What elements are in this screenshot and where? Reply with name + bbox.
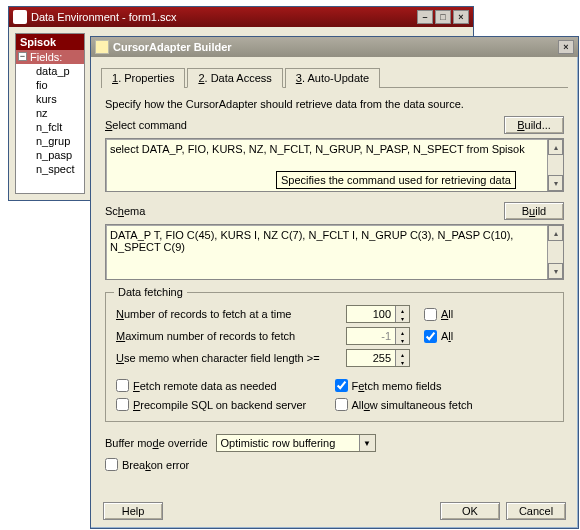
sidebar-item[interactable]: kurs [16, 92, 84, 106]
tab-bar: 1. Properties 2. Data Access 3. Auto-Upd… [101, 67, 568, 88]
max-records-input[interactable] [347, 328, 395, 344]
select-command-label: Select command [105, 119, 504, 131]
schema-label: Schema [105, 205, 504, 217]
sidebar-item[interactable]: n_spect [16, 162, 84, 176]
sidebar-item[interactable]: n_fclt [16, 120, 84, 134]
fields-sidebar: Spisok − Fields: data_p fio kurs nz n_fc… [15, 33, 85, 194]
sidebar-item[interactable]: fio [16, 78, 84, 92]
dialog-titlebar: CursorAdapter Builder × [91, 37, 578, 57]
data-fetching-fieldset: Data fetching Number of records to fetch… [105, 292, 564, 422]
fetch-remote-checkbox[interactable]: Fetch remote data as needed [116, 379, 335, 392]
sidebar-header: Spisok [16, 34, 84, 50]
max-records-label: Maximum number of records to fetch [116, 330, 346, 342]
sidebar-item[interactable]: data_p [16, 64, 84, 78]
window-icon [13, 10, 27, 24]
select-command-textarea[interactable]: select DATA_P, FIO, KURS, NZ, N_FCLT, N_… [105, 138, 564, 192]
back-title: Data Environment - form1.scx [31, 11, 177, 23]
dialog-close-button[interactable]: × [558, 40, 574, 54]
sidebar-group[interactable]: − Fields: [16, 50, 84, 64]
scroll-up-icon[interactable]: ▴ [548, 225, 563, 241]
sidebar-item[interactable]: nz [16, 106, 84, 120]
num-records-spinner[interactable]: ▴▾ [346, 305, 410, 323]
spinner-down-icon[interactable]: ▾ [395, 358, 409, 366]
collapse-icon[interactable]: − [18, 52, 27, 61]
ok-button[interactable]: OK [440, 502, 500, 520]
precompile-checkbox[interactable]: Precompile SQL on backend server [116, 398, 335, 411]
scrollbar[interactable]: ▴▾ [547, 225, 563, 279]
scroll-down-icon[interactable]: ▾ [548, 263, 563, 279]
tab-content: Specify how the CursorAdapter should ret… [91, 88, 578, 479]
dropdown-icon[interactable]: ▼ [359, 435, 375, 451]
spinner-down-icon[interactable]: ▾ [395, 314, 409, 322]
tab-auto-update[interactable]: 3. Auto-Update [285, 68, 380, 88]
num-records-all-checkbox[interactable]: All [424, 308, 453, 321]
minimize-button[interactable]: – [417, 10, 433, 24]
sidebar-item[interactable]: n_pasp [16, 148, 84, 162]
memo-len-input[interactable] [347, 350, 395, 366]
spinner-up-icon[interactable]: ▴ [395, 350, 409, 358]
schema-textarea[interactable]: DATA_P T, FIO C(45), KURS I, NZ C(7), N_… [105, 224, 564, 280]
close-button[interactable]: × [453, 10, 469, 24]
tab-data-access[interactable]: 2. Data Access [187, 68, 282, 88]
fetch-memo-checkbox[interactable]: Fetch memo fields [335, 379, 554, 392]
buffer-mode-select[interactable]: Optimistic row buffering ▼ [216, 434, 376, 452]
num-records-input[interactable] [347, 306, 395, 322]
max-records-spinner[interactable]: ▴▾ [346, 327, 410, 345]
buffer-mode-label: Buffer mode override [105, 437, 208, 449]
allow-sim-checkbox[interactable]: Allow simultaneous fetch [335, 398, 554, 411]
cursoradapter-builder-dialog: CursorAdapter Builder × 1. Properties 2.… [90, 36, 579, 529]
memo-len-label: Use memo when character field length >= [116, 352, 346, 364]
break-on-error-checkbox[interactable]: Break on error [105, 458, 564, 471]
intro-text: Specify how the CursorAdapter should ret… [105, 98, 564, 110]
build-select-button[interactable]: Build... [504, 116, 564, 134]
cancel-button[interactable]: Cancel [506, 502, 566, 520]
memo-len-spinner[interactable]: ▴▾ [346, 349, 410, 367]
back-titlebar: Data Environment - form1.scx – □ × [9, 7, 473, 27]
dialog-icon [95, 40, 109, 54]
dialog-title: CursorAdapter Builder [113, 41, 232, 53]
help-button[interactable]: Help [103, 502, 163, 520]
tab-properties[interactable]: 1. Properties [101, 68, 185, 88]
data-fetching-legend: Data fetching [114, 286, 187, 298]
spinner-up-icon[interactable]: ▴ [395, 306, 409, 314]
build-schema-button[interactable]: Build [504, 202, 564, 220]
scroll-down-icon[interactable]: ▾ [548, 175, 563, 191]
maximize-button[interactable]: □ [435, 10, 451, 24]
dialog-footer: Help OK Cancel [91, 502, 578, 520]
scroll-up-icon[interactable]: ▴ [548, 139, 563, 155]
sidebar-item[interactable]: n_grup [16, 134, 84, 148]
spinner-up-icon[interactable]: ▴ [395, 328, 409, 336]
spinner-down-icon[interactable]: ▾ [395, 336, 409, 344]
num-records-label: Number of records to fetch at a time [116, 308, 346, 320]
max-records-all-checkbox[interactable]: All [424, 330, 453, 343]
scrollbar[interactable]: ▴▾ [547, 139, 563, 191]
select-tooltip: Specifies the command used for retrievin… [276, 171, 516, 189]
